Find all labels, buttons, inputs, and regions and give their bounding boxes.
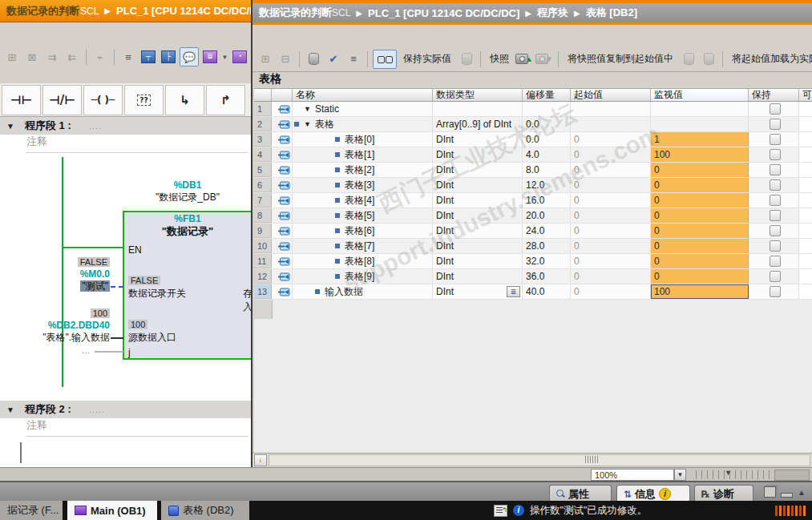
cell-datatype[interactable]: DInt bbox=[433, 254, 523, 268]
monitor-all-icon[interactable] bbox=[373, 50, 397, 69]
network-list-icon[interactable]: ≡ bbox=[119, 48, 137, 66]
table-row[interactable]: 7表格[4]DInt16.000 bbox=[254, 193, 812, 208]
apply-changes-icon[interactable]: ✔ bbox=[325, 50, 342, 68]
table-row[interactable]: 8表格[5]DInt20.000 bbox=[254, 208, 812, 224]
cell-name[interactable]: 表格[4] bbox=[293, 193, 433, 208]
header-datatype[interactable]: 数据类型 bbox=[433, 89, 523, 101]
fb-call-block[interactable]: %FB1 "数据记录" EN FALSE 数据记录开关 存入 100 源数据入口… bbox=[123, 211, 251, 360]
cell-monitorvalue[interactable]: 100 bbox=[651, 284, 749, 299]
cell-startvalue[interactable]: 0 bbox=[571, 132, 651, 147]
table-row[interactable]: 3表格[0]DInt0.001 bbox=[254, 132, 812, 147]
cell-name[interactable]: ▼Static bbox=[293, 102, 433, 116]
table-row[interactable]: 1▼Static bbox=[254, 102, 812, 117]
retain-checkbox[interactable] bbox=[770, 103, 781, 115]
cell-name[interactable]: 表格[1] bbox=[293, 147, 433, 162]
snapshot-down-icon[interactable]: ▼ bbox=[535, 50, 553, 68]
fav-contact-nc-icon[interactable]: ⊣/⊢ bbox=[42, 85, 82, 115]
header-offset[interactable]: 偏移量 bbox=[523, 89, 571, 101]
collapse-networks-icon[interactable]: ├ bbox=[160, 48, 177, 66]
fav-open-branch-icon[interactable]: ↳ bbox=[165, 85, 204, 115]
lad-program-canvas[interactable]: ▼ 程序段 1 : .... 注释 %DB1 "数据记录_DB" %FB1 "数… bbox=[0, 117, 251, 467]
retain-checkbox[interactable] bbox=[770, 179, 781, 191]
cell-monitorvalue[interactable] bbox=[651, 102, 749, 116]
add-row-icon[interactable]: ⊟ bbox=[277, 50, 294, 68]
cell-datatype[interactable]: DInt bbox=[433, 208, 523, 223]
cell-startvalue[interactable]: 0 bbox=[571, 193, 651, 208]
datatype-picker-icon[interactable]: ≣ bbox=[507, 286, 520, 297]
network2-title-placeholder[interactable]: ..... bbox=[89, 405, 105, 414]
keep-actual-values-button[interactable]: 保持实际值 bbox=[399, 50, 455, 68]
header-monitorvalue[interactable]: 监视值 bbox=[651, 89, 749, 101]
cell-name[interactable]: 表格[7] bbox=[293, 239, 433, 253]
cell-startvalue[interactable]: 0 bbox=[571, 163, 651, 177]
cell-monitorvalue[interactable]: 100 bbox=[651, 147, 749, 162]
table-row[interactable]: 5表格[2]DInt8.000 bbox=[254, 163, 812, 178]
editor-tab-fb[interactable]: 据记录 (F... bbox=[0, 501, 63, 520]
operand-source-name[interactable]: "表格".输入数据 bbox=[0, 331, 110, 345]
expand-caret-icon[interactable]: ▼ bbox=[304, 120, 311, 128]
indent-icon[interactable]: ⇉ bbox=[43, 48, 61, 66]
cell-monitorvalue[interactable]: 0 bbox=[651, 193, 749, 208]
cell-monitorvalue[interactable]: 0 bbox=[651, 239, 749, 253]
cell-datatype[interactable]: DInt bbox=[433, 132, 523, 147]
scroll-left-icon[interactable]: ‹ bbox=[254, 454, 267, 466]
cell-monitorvalue[interactable]: 0 bbox=[651, 163, 749, 177]
copy-all-icon[interactable] bbox=[700, 50, 717, 68]
comments-toggle-icon[interactable]: 💬 bbox=[180, 47, 199, 67]
cell-name[interactable]: 表格[3] bbox=[293, 178, 433, 192]
cell-datatype[interactable]: DInt bbox=[433, 178, 523, 192]
zoom-dropdown-icon[interactable]: ▼ bbox=[674, 469, 686, 481]
breadcrumb-plc[interactable]: PLC_1 [CPU 1214C DC/DC/DC] bbox=[116, 5, 268, 17]
table-row[interactable]: 13输入数据DInt≣40.00100 bbox=[254, 284, 812, 300]
dropdown-small-icon[interactable]: ▼ bbox=[221, 48, 228, 66]
cell-name[interactable]: 表格[2] bbox=[293, 163, 433, 177]
cell-monitorvalue[interactable]: 0 bbox=[651, 178, 749, 192]
copy-snapshot-button[interactable]: 将快照值复制到起始值中 bbox=[564, 50, 677, 68]
insert-network-icon[interactable]: ⊞ bbox=[3, 48, 21, 66]
breadcrumb-program-blocks[interactable]: 程序块 bbox=[537, 6, 568, 20]
network2-header[interactable]: ▼ 程序段 2 : ..... bbox=[0, 401, 251, 418]
cell-startvalue[interactable]: 0 bbox=[571, 178, 651, 192]
expand-networks-icon[interactable]: ┬ bbox=[139, 48, 157, 66]
cell-startvalue[interactable] bbox=[571, 102, 651, 116]
copy-start-icon[interactable] bbox=[680, 50, 697, 68]
operand-source-address[interactable]: %DB2.DBD40 bbox=[0, 320, 110, 331]
header-retain[interactable]: 保持 bbox=[749, 89, 799, 101]
cell-monitorvalue[interactable] bbox=[651, 117, 749, 131]
fav-contact-no-icon[interactable]: ⊣⊢ bbox=[2, 85, 41, 115]
cell-monitorvalue[interactable]: 0 bbox=[651, 254, 749, 268]
cell-monitorvalue[interactable]: 0 bbox=[651, 224, 749, 238]
status-list-icon[interactable] bbox=[494, 505, 507, 517]
expand-list-icon[interactable]: ≡ bbox=[345, 50, 362, 68]
network1-title-placeholder[interactable]: .... bbox=[89, 121, 102, 131]
retain-checkbox[interactable] bbox=[770, 240, 781, 252]
cell-startvalue[interactable] bbox=[571, 117, 651, 131]
operand-more[interactable]: ... bbox=[0, 345, 90, 356]
cell-startvalue[interactable]: 0 bbox=[571, 239, 651, 253]
cell-name[interactable]: 表格[5] bbox=[293, 208, 433, 223]
cell-datatype[interactable]: DInt bbox=[433, 269, 523, 284]
db-horizontal-scrollbar[interactable]: ‹ bbox=[252, 453, 812, 467]
cell-monitorvalue[interactable]: 0 bbox=[651, 208, 749, 223]
header-accessible[interactable]: 可 bbox=[799, 89, 812, 101]
snapshot-button[interactable]: 快照 bbox=[486, 50, 513, 68]
cell-datatype[interactable]: DInt bbox=[433, 224, 523, 238]
cell-monitorvalue[interactable]: 1 bbox=[651, 132, 749, 147]
snapshot-up-icon[interactable]: ▲ bbox=[515, 50, 533, 68]
table-row[interactable]: 10表格[7]DInt28.000 bbox=[254, 239, 812, 254]
operand-switch-address[interactable]: %M0.0 bbox=[0, 268, 110, 280]
tab-diagnostics[interactable]: ℞ 诊断 bbox=[694, 485, 753, 502]
breadcrumb-plc[interactable]: PLC_1 [CPU 1214C DC/DC/DC] bbox=[368, 7, 519, 19]
network1-comment[interactable]: 注释 bbox=[26, 135, 248, 153]
table-row[interactable]: 12表格[9]DInt36.000 bbox=[254, 269, 812, 284]
insert-row-icon[interactable]: ⊞ bbox=[257, 50, 274, 68]
cell-datatype[interactable]: DInt bbox=[433, 239, 523, 253]
cell-startvalue[interactable]: 0 bbox=[571, 284, 651, 299]
retain-checkbox[interactable] bbox=[770, 195, 781, 206]
editor-tab-db2[interactable]: 表格 (DB2) bbox=[161, 501, 249, 520]
cell-startvalue[interactable]: 0 bbox=[571, 269, 651, 284]
cell-startvalue[interactable]: 0 bbox=[571, 224, 651, 238]
table-row[interactable]: 9表格[6]DInt24.000 bbox=[254, 224, 812, 239]
load-start-values-button[interactable]: 将起始值加载为实际值 bbox=[728, 50, 812, 68]
retain-checkbox[interactable] bbox=[770, 164, 781, 175]
